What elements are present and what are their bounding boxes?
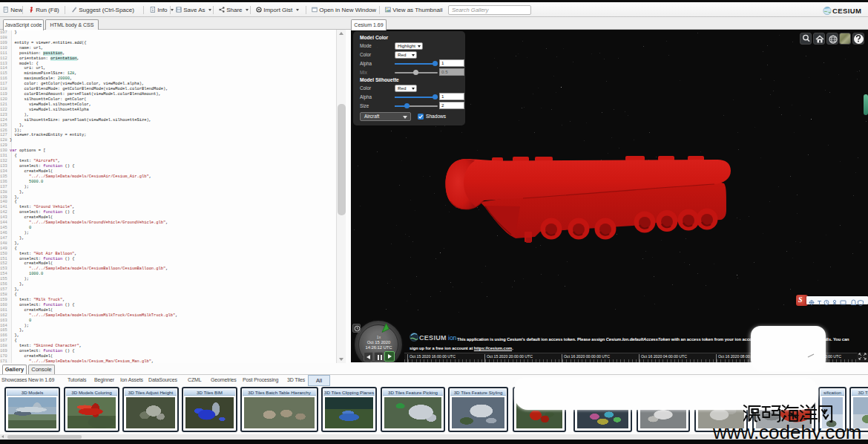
svg-text:CESIUM: CESIUM [832, 7, 861, 15]
